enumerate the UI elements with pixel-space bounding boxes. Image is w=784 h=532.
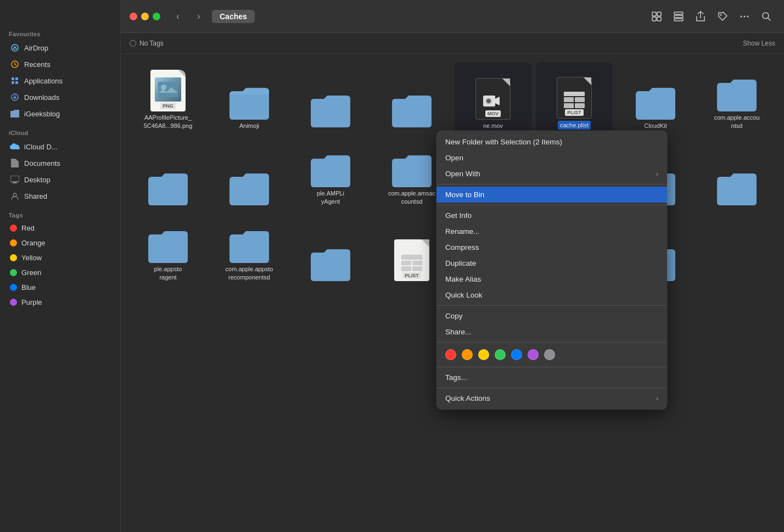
sidebar-item-label-documents: Documents bbox=[24, 159, 60, 167]
view-options-button[interactable] bbox=[670, 8, 687, 25]
cm-color-blue[interactable] bbox=[511, 349, 522, 360]
cm-make-alias-label: Make Alias bbox=[445, 275, 481, 283]
cm-separator-5 bbox=[436, 367, 667, 367]
cm-get-info[interactable]: Get Info bbox=[436, 208, 667, 223]
cm-color-gray[interactable] bbox=[544, 349, 555, 360]
cm-quick-actions[interactable]: Quick Actions › bbox=[436, 390, 667, 406]
show-less-button[interactable]: Show Less bbox=[743, 40, 775, 47]
view-grid-button[interactable] bbox=[648, 8, 665, 25]
tags-bar-left: No Tags bbox=[130, 40, 738, 47]
sidebar-item-orange[interactable]: Orange bbox=[3, 236, 117, 250]
cm-make-alias[interactable]: Make Alias bbox=[436, 271, 667, 287]
folder-icon bbox=[10, 109, 20, 119]
cm-separator-1 bbox=[436, 184, 667, 184]
documents-icon bbox=[10, 158, 20, 168]
green-tag-dot bbox=[10, 269, 17, 276]
cm-color-green[interactable] bbox=[495, 349, 506, 360]
maximize-button[interactable] bbox=[153, 13, 160, 20]
svg-rect-6 bbox=[15, 81, 18, 84]
blue-tag-dot bbox=[10, 284, 17, 291]
cm-move-to-bin-label: Move to Bin bbox=[445, 191, 484, 199]
sidebar-item-downloads[interactable]: Downloads bbox=[3, 89, 117, 105]
toolbar: ‹ › Caches bbox=[121, 0, 784, 33]
sidebar-item-recents[interactable]: Recents bbox=[3, 57, 117, 72]
svg-point-11 bbox=[13, 193, 16, 197]
context-menu: New Folder with Selection (2 Items) Open… bbox=[436, 131, 667, 410]
svg-point-1 bbox=[14, 49, 15, 50]
share-button[interactable] bbox=[692, 8, 709, 25]
cm-compress[interactable]: Compress bbox=[436, 239, 667, 255]
sidebar-item-purple[interactable]: Purple bbox=[3, 295, 117, 309]
close-button[interactable] bbox=[130, 13, 137, 20]
sidebar-item-applications[interactable]: Applications bbox=[3, 73, 117, 88]
sidebar-item-blue[interactable]: Blue bbox=[3, 281, 117, 294]
cm-separator-4 bbox=[436, 342, 667, 343]
sidebar-favourites-label: Favourites bbox=[0, 23, 120, 40]
cm-color-yellow[interactable] bbox=[478, 349, 489, 360]
svg-point-22 bbox=[747, 15, 749, 17]
sidebar-item-label-shared: Shared bbox=[24, 192, 47, 200]
sidebar-item-label-orange: Orange bbox=[21, 239, 45, 247]
svg-rect-3 bbox=[12, 77, 14, 80]
sidebar-item-label-yellow: Yellow bbox=[21, 254, 42, 262]
cm-quick-look[interactable]: Quick Look bbox=[436, 287, 667, 303]
downloads-icon bbox=[10, 92, 20, 102]
svg-rect-10 bbox=[12, 183, 18, 183]
recents-icon bbox=[10, 59, 20, 69]
main-content: ‹ › Caches bbox=[121, 0, 784, 532]
sidebar: Favourites AirDrop Recents Applications … bbox=[0, 0, 121, 532]
cm-quick-actions-label: Quick Actions bbox=[445, 394, 490, 402]
cm-copy-label: Copy bbox=[445, 312, 463, 320]
no-tags-circle bbox=[130, 40, 136, 47]
sidebar-item-icloud-drive[interactable]: iCloud D... bbox=[3, 139, 117, 154]
sidebar-item-desktop[interactable]: Desktop bbox=[3, 172, 117, 187]
cm-rename-label: Rename... bbox=[445, 227, 479, 236]
folder-title: Caches bbox=[212, 10, 255, 23]
sidebar-item-yellow[interactable]: Yellow bbox=[3, 251, 117, 265]
cm-color-orange[interactable] bbox=[462, 349, 473, 360]
applications-icon bbox=[10, 76, 20, 86]
icloud-icon bbox=[10, 142, 20, 152]
svg-rect-16 bbox=[674, 12, 683, 14]
orange-tag-dot bbox=[10, 239, 17, 247]
sidebar-item-label-downloads: Downloads bbox=[24, 93, 59, 102]
tags-bar: No Tags Show Less bbox=[121, 33, 784, 54]
search-button[interactable] bbox=[758, 8, 775, 25]
cm-rename[interactable]: Rename... bbox=[436, 223, 667, 239]
cm-duplicate[interactable]: Duplicate bbox=[436, 255, 667, 271]
cm-open[interactable]: Open bbox=[436, 150, 667, 166]
back-button[interactable]: ‹ bbox=[170, 9, 186, 24]
sidebar-item-green[interactable]: Green bbox=[3, 266, 117, 279]
cm-open-label: Open bbox=[445, 154, 463, 162]
svg-rect-8 bbox=[10, 176, 19, 182]
sidebar-item-igeeksblog[interactable]: iGeeksblog bbox=[3, 106, 117, 121]
cm-open-with[interactable]: Open With › bbox=[436, 166, 667, 182]
red-tag-dot bbox=[10, 225, 17, 232]
sidebar-item-label-applications: Applications bbox=[24, 77, 63, 85]
minimize-button[interactable] bbox=[141, 13, 149, 20]
tag-button[interactable] bbox=[714, 8, 731, 25]
sidebar-item-label-airdrop: AirDrop bbox=[24, 44, 48, 52]
forward-button[interactable]: › bbox=[191, 9, 206, 24]
sidebar-item-label-desktop: Desktop bbox=[24, 176, 51, 184]
cm-tags[interactable]: Tags... bbox=[436, 369, 667, 385]
svg-rect-18 bbox=[674, 19, 683, 21]
cm-color-purple[interactable] bbox=[528, 349, 539, 360]
cm-separator-6 bbox=[436, 388, 667, 388]
sidebar-item-documents[interactable]: Documents bbox=[3, 155, 117, 171]
cm-color-red[interactable] bbox=[445, 349, 456, 360]
sidebar-item-shared[interactable]: Shared bbox=[3, 188, 117, 204]
traffic-lights bbox=[130, 13, 160, 20]
sidebar-item-label-igeeksblog: iGeeksblog bbox=[24, 110, 60, 118]
sidebar-item-red[interactable]: Red bbox=[3, 221, 117, 235]
sidebar-item-label-blue: Blue bbox=[21, 283, 36, 292]
cm-new-folder[interactable]: New Folder with Selection (2 Items) bbox=[436, 134, 667, 150]
cm-move-to-bin[interactable]: Move to Bin bbox=[436, 187, 667, 203]
sidebar-item-airdrop[interactable]: AirDrop bbox=[3, 40, 117, 55]
cm-copy[interactable]: Copy bbox=[436, 308, 667, 324]
more-button[interactable] bbox=[736, 8, 753, 25]
cm-share[interactable]: Share... bbox=[436, 324, 667, 340]
sidebar-icloud-label: iCloud bbox=[0, 122, 120, 138]
sidebar-item-label-green: Green bbox=[21, 268, 41, 277]
svg-point-19 bbox=[720, 14, 722, 15]
